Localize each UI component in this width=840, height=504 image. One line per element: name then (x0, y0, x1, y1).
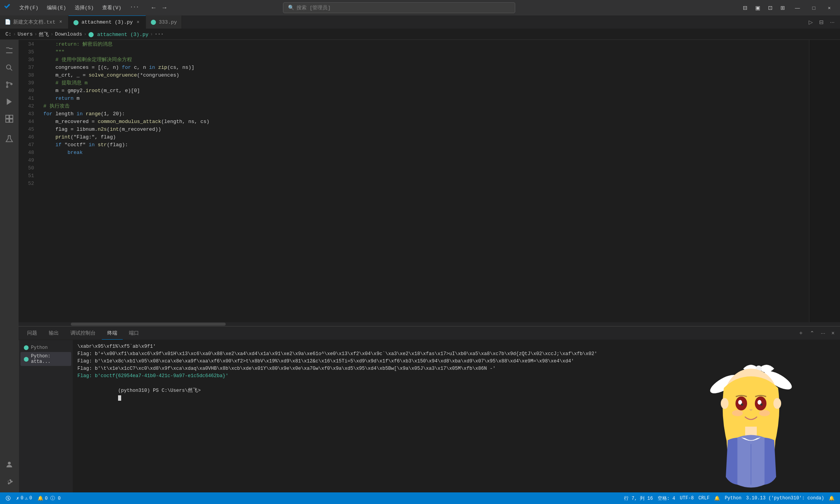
terminal-attachment-label: Python: atta... (31, 354, 68, 364)
panel-tab-problems[interactable]: 问题 (22, 326, 43, 340)
status-language[interactable]: Python (722, 495, 744, 501)
breadcrumb-more[interactable]: ··· (154, 31, 163, 37)
terminal-line-2: Flag: b'+\x00\xf1\xba\xc6\x9f\x01H\x13\x… (77, 350, 835, 358)
breadcrumb-c[interactable]: C: (5, 31, 12, 37)
code-line-38: m_crt, _ = solve_congruence(*congruences… (43, 72, 804, 79)
activity-account-button[interactable] (2, 457, 17, 472)
minimap (809, 40, 840, 322)
terminal-area: \xabr\x95\xf1%\xf5`ab\x9f1' Flag: b'+\x0… (73, 342, 840, 491)
bottom-panel: 问题 输出 调试控制台 终端 端口 ＋ ⌃ ··· × ⬤ Python (19, 326, 840, 492)
tab-new-text[interactable]: 📄 新建文本文档.txt × (0, 15, 69, 29)
notification-icon: 🔔 (38, 495, 43, 501)
nav-back-button[interactable]: ← (149, 3, 158, 13)
panel-split-button[interactable]: ⌃ (807, 328, 817, 338)
terminal-line-4: Flag: b'\t\x1e\x1cC?\xc0\xd8\x9f\xca\xda… (77, 365, 835, 372)
split-editor-button[interactable]: ⊟ (817, 17, 826, 27)
tab-icon-txt: 📄 (5, 19, 11, 25)
activity-settings-button[interactable] (2, 474, 17, 489)
activity-extensions-button[interactable] (2, 111, 17, 126)
layout-icon[interactable]: ⊟ (740, 2, 751, 13)
status-bell[interactable]: 🔔 (826, 495, 837, 501)
nav-forward-button[interactable]: → (160, 3, 169, 13)
code-line-34: :return: 解密后的消息 (43, 41, 804, 48)
panel-tab-ports[interactable]: 端口 (123, 326, 144, 340)
run-button[interactable]: ▷ (806, 17, 815, 27)
panel-tab-debug[interactable]: 调试控制台 (65, 326, 101, 340)
status-remote[interactable] (3, 492, 13, 504)
terminal-content[interactable]: \xabr\x95\xf1%\xf5`ab\x9f1' Flag: b'+\x0… (73, 340, 840, 492)
breadcrumb-downloads[interactable]: Downloads (55, 31, 82, 37)
panel-close-button[interactable]: × (829, 328, 837, 338)
menu-select[interactable]: 选择(S) (71, 3, 98, 13)
status-spaces-text: 空格: 4 (658, 495, 675, 502)
code-line-35: """ (43, 48, 804, 56)
panel-tab-terminal[interactable]: 终端 (102, 326, 123, 340)
panel-actions: ＋ ⌃ ··· × (796, 326, 837, 340)
activity-test-button[interactable] (2, 131, 17, 147)
menu-file[interactable]: 文件(F) (15, 3, 42, 13)
tab-label-333: 333.py (159, 19, 177, 25)
status-encoding[interactable]: UTF-8 (677, 495, 696, 501)
code-line-48: flag = libnum.n2s(int(m_recovered)) (43, 126, 804, 133)
menu-view[interactable]: 查看(V) (98, 3, 125, 13)
layout4-icon[interactable]: ⊞ (777, 2, 788, 13)
terminal-cursor (118, 395, 121, 401)
warning-icon: ⚠ (25, 495, 27, 501)
menu-more[interactable]: ··· (126, 3, 143, 13)
tab-close-txt[interactable]: × (58, 19, 63, 26)
activity-search-button[interactable] (2, 60, 17, 75)
horizontal-scrollbar[interactable] (19, 322, 840, 326)
menu-edit[interactable]: 编辑(E) (43, 3, 70, 13)
status-python-version[interactable]: 3.10.13 ('python310': conda) (744, 495, 826, 501)
layout3-icon[interactable]: ⊡ (765, 2, 776, 13)
panel-tabs: 问题 输出 调试控制台 终端 端口 ＋ ⌃ ··· × (19, 326, 840, 340)
search-icon: 🔍 (288, 5, 294, 11)
code-line-47: m_recovered = common_modulus_attack(leng… (43, 118, 804, 126)
tab-label-attachment: attachment (3).py (81, 19, 133, 25)
panel-add-button[interactable]: ＋ (796, 328, 806, 338)
editor-area: 34 35 36 37 38 39 40 41 42 43 44 45 46 4… (19, 40, 840, 492)
minimize-button[interactable]: — (790, 3, 806, 13)
title-bar: 文件(F) 编辑(E) 选择(S) 查看(V) ··· ← → 🔍 搜索 [管理… (0, 0, 840, 15)
code-line-51: break (43, 149, 804, 157)
breadcrumb-user[interactable]: 然飞 (39, 31, 49, 38)
maximize-button[interactable]: □ (807, 3, 821, 13)
breadcrumb-users[interactable]: Users (17, 31, 33, 37)
close-button[interactable]: × (822, 3, 836, 13)
code-line-50: if "coctf" in str(flag): (43, 141, 804, 149)
menu-bar: 文件(F) 编辑(E) 选择(S) 查看(V) ··· (15, 3, 143, 13)
activity-explorer-button[interactable] (2, 43, 17, 58)
status-bar-right: 行 7, 列 16 空格: 4 UTF-8 CRLF 🔔 Python 3.10… (622, 495, 837, 502)
terminal-python-icon: ⬤ (24, 345, 29, 350)
status-position-text: 行 7, 列 16 (624, 495, 653, 502)
panel-tab-output[interactable]: 输出 (43, 326, 64, 340)
tab-bar-actions: ▷ ⊟ ··· (806, 15, 840, 29)
panel-more-button[interactable]: ··· (818, 328, 828, 338)
scrollbar-thumb[interactable] (71, 323, 226, 326)
tab-close-attachment[interactable]: × (135, 19, 141, 26)
svg-rect-8 (6, 119, 9, 122)
search-bar[interactable]: 🔍 搜索 [管理员] (283, 2, 515, 13)
activity-debug-button[interactable] (2, 94, 17, 109)
status-eol[interactable]: CRLF (696, 495, 712, 501)
terminal-item-attachment[interactable]: ⬤ Python: atta... (21, 352, 71, 366)
more-actions-button[interactable]: ··· (828, 17, 837, 27)
status-notifications[interactable]: 🔔 0 ⓘ 0 (35, 492, 63, 504)
status-spaces[interactable]: 空格: 4 (655, 495, 678, 502)
error-count: 0 (21, 495, 23, 501)
panel-content-area: ⬤ Python ⬤ Python: atta... \xabr\x95\xf1… (19, 340, 840, 492)
tab-333[interactable]: ⬤ 333.py (146, 15, 182, 29)
code-editor[interactable]: 34 35 36 37 38 39 40 41 42 43 44 45 46 4… (19, 40, 840, 322)
breadcrumb-file[interactable]: ⬤ attachment (3).py (88, 31, 148, 38)
status-position[interactable]: 行 7, 列 16 (622, 495, 655, 502)
editor-scrollbar[interactable] (804, 40, 809, 322)
tab-attachment[interactable]: ⬤ attachment (3).py × (69, 15, 146, 29)
vscode-logo-icon (4, 3, 11, 12)
activity-git-button[interactable] (2, 77, 17, 92)
code-line-42: return m (43, 95, 804, 103)
status-errors[interactable]: ✗ 0 ⚠ 0 (14, 492, 34, 504)
status-language-text: Python (725, 495, 741, 501)
layout2-icon[interactable]: ▣ (752, 2, 763, 13)
activity-bottom (2, 457, 17, 489)
terminal-item-python[interactable]: ⬤ Python (21, 343, 71, 352)
